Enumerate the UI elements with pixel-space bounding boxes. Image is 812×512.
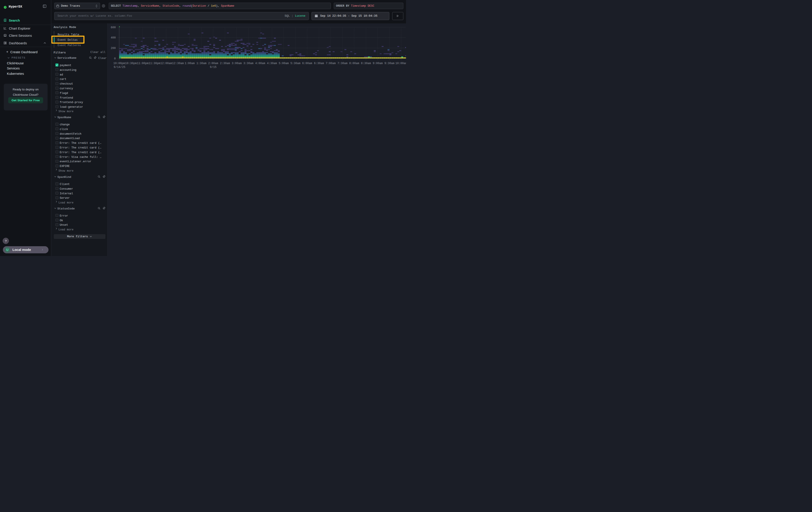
svg-text:9/15: 9/15 [210, 66, 216, 69]
svg-text:1:00am: 1:00am [185, 62, 195, 65]
svg-text:600: 600 [111, 26, 116, 29]
svg-text:5:00am: 5:00am [279, 62, 289, 65]
svg-text:5:30am: 5:30am [290, 62, 300, 65]
svg-text:3:00am: 3:00am [232, 62, 242, 65]
svg-text:200: 200 [111, 47, 116, 50]
svg-text:7:30am: 7:30am [338, 62, 348, 65]
svg-text:10:00am: 10:00am [395, 62, 406, 65]
svg-text:9:00am: 9:00am [373, 62, 383, 65]
svg-text:12:30am: 12:30am [172, 62, 184, 65]
svg-text:9:30am: 9:30am [384, 62, 395, 65]
svg-text:11:00pm: 11:00pm [137, 62, 148, 65]
svg-text:3:30am: 3:30am [243, 62, 254, 65]
svg-text:10:00pm: 10:00pm [113, 62, 125, 65]
svg-text:12:00am: 12:00am [160, 62, 172, 65]
svg-text:8:30am: 8:30am [361, 62, 371, 65]
svg-text:4:00am: 4:00am [255, 62, 265, 65]
svg-text:7:00am: 7:00am [326, 62, 336, 65]
svg-text:2:00am: 2:00am [208, 62, 218, 65]
svg-text:4:30am: 4:30am [267, 62, 277, 65]
svg-text:1:30am: 1:30am [196, 62, 206, 65]
svg-text:400: 400 [111, 36, 116, 39]
svg-text:11:30pm: 11:30pm [148, 62, 160, 65]
svg-text:6:30am: 6:30am [314, 62, 324, 65]
svg-text:6:00am: 6:00am [302, 62, 312, 65]
svg-text:0: 0 [114, 57, 116, 60]
svg-text:10:30pm: 10:30pm [125, 62, 137, 65]
svg-text:2:30am: 2:30am [220, 62, 230, 65]
svg-text:9/14/25: 9/14/25 [114, 66, 125, 69]
svg-text:8:00am: 8:00am [349, 62, 359, 65]
